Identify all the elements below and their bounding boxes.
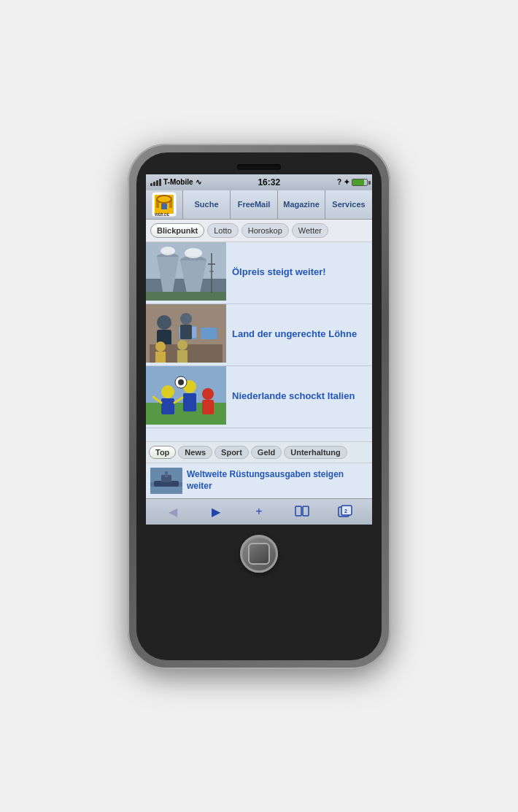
bottom-tabs: Top News Sport Geld Unterhaltung xyxy=(146,441,372,463)
clock: 16:32 xyxy=(258,177,280,187)
sub-tab-blickpunkt[interactable]: Blickpunkt xyxy=(150,223,204,238)
add-button[interactable]: + xyxy=(249,501,269,522)
svg-text:WEB.DE: WEB.DE xyxy=(155,212,170,217)
logo-svg: WEB.DE xyxy=(152,192,177,217)
browser-toolbar: ◀ ▶ + 2 xyxy=(146,498,372,525)
svg-point-34 xyxy=(177,340,188,350)
news-list: Ölpreis steigt weiter! xyxy=(146,242,372,441)
news-thumb-3 xyxy=(146,366,226,428)
nav-bar: WEB.DE Suche FreeMail Magazine Services xyxy=(146,190,372,220)
news-thumb-2 xyxy=(146,304,226,366)
bottom-news-title: Weltweite Rüstungsausgaben steigen weite… xyxy=(187,469,368,492)
nav-tabs: Suche FreeMail Magazine Services xyxy=(182,190,372,219)
news-title-2: Land der ungerechte Löhne xyxy=(232,328,357,341)
bottom-news[interactable]: Weltweite Rüstungsausgaben steigen weite… xyxy=(146,463,372,498)
svg-point-43 xyxy=(202,388,214,400)
home-button[interactable] xyxy=(240,535,278,573)
battery-fill xyxy=(352,179,364,185)
home-area xyxy=(142,525,376,579)
svg-rect-30 xyxy=(180,325,192,339)
svg-rect-54 xyxy=(150,487,182,494)
svg-rect-55 xyxy=(295,506,301,516)
sub-tabs: Blickpunkt Lotto Horoskop Wetter xyxy=(146,220,372,242)
bottom-tab-geld[interactable]: Geld xyxy=(251,446,282,459)
nav-tab-suche[interactable]: Suche xyxy=(182,190,230,219)
svg-rect-44 xyxy=(202,400,214,414)
svg-rect-18 xyxy=(146,292,226,301)
svg-rect-33 xyxy=(155,352,166,363)
nav-tab-freemail[interactable]: FreeMail xyxy=(230,190,277,219)
svg-point-29 xyxy=(180,313,192,325)
svg-point-17 xyxy=(185,248,202,258)
svg-rect-42 xyxy=(183,393,196,411)
status-bar: T-Mobile ∿ 16:32 ? ✦ xyxy=(146,174,372,190)
sub-tab-wetter[interactable]: Wetter xyxy=(292,223,328,238)
news-text-3: Niederlande schockt Italien xyxy=(226,366,360,428)
bookmarks-button[interactable] xyxy=(292,501,312,522)
bottom-tab-top[interactable]: Top xyxy=(149,446,176,459)
svg-text:2: 2 xyxy=(344,509,347,514)
bluetooth-icon: ✦ xyxy=(344,178,349,186)
news-title-3: Niederlande schockt Italien xyxy=(232,390,355,403)
question-icon: ? xyxy=(337,178,341,186)
news-thumb-1 xyxy=(146,242,226,303)
sub-tab-horoskop[interactable]: Horoskop xyxy=(241,223,289,238)
classroom-image xyxy=(146,304,226,363)
speaker xyxy=(237,164,281,170)
svg-point-32 xyxy=(155,341,166,352)
wifi-icon: ∿ xyxy=(196,178,201,186)
bottom-news-thumb xyxy=(150,468,182,494)
svg-point-8 xyxy=(158,196,171,202)
soccer-image xyxy=(146,366,226,425)
power-plant-image xyxy=(146,242,226,301)
bar3 xyxy=(156,180,158,186)
news-item-3[interactable]: Niederlande schockt Italien xyxy=(146,366,372,428)
news-text-1: Ölpreis steigt weiter! xyxy=(226,242,332,303)
nav-tab-services[interactable]: Services xyxy=(325,190,372,219)
svg-rect-35 xyxy=(177,350,188,363)
nav-tab-magazine[interactable]: Magazine xyxy=(277,190,325,219)
military-image xyxy=(150,468,182,494)
news-text-2: Land der ungerechte Löhne xyxy=(226,304,363,366)
sub-tab-lotto[interactable]: Lotto xyxy=(207,223,238,238)
bottom-tab-sport[interactable]: Sport xyxy=(214,446,249,459)
news-item-2[interactable]: Land der ungerechte Löhne xyxy=(146,304,372,366)
tabs-icon: 2 xyxy=(338,505,352,518)
phone-frame: T-Mobile ∿ 16:32 ? ✦ xyxy=(128,144,390,669)
home-button-inner xyxy=(248,543,270,565)
webde-logo[interactable]: WEB.DE xyxy=(146,190,182,219)
svg-point-39 xyxy=(161,385,174,398)
svg-point-46 xyxy=(178,379,184,385)
svg-rect-56 xyxy=(303,506,309,516)
svg-rect-28 xyxy=(201,328,217,339)
svg-point-16 xyxy=(161,247,175,255)
bar1 xyxy=(150,183,152,186)
back-button[interactable]: ◀ xyxy=(163,501,183,522)
carrier-name: T-Mobile xyxy=(163,178,193,186)
svg-rect-9 xyxy=(161,204,167,209)
tabs-button[interactable]: 2 xyxy=(335,501,355,522)
news-item-1[interactable]: Ölpreis steigt weiter! xyxy=(146,242,372,304)
svg-rect-40 xyxy=(161,398,174,414)
bookmarks-icon xyxy=(295,506,309,517)
forward-button[interactable]: ▶ xyxy=(206,501,226,522)
screen: T-Mobile ∿ 16:32 ? ✦ xyxy=(146,174,372,525)
signal-bars xyxy=(150,179,161,186)
bottom-tab-news[interactable]: News xyxy=(178,446,212,459)
news-title-1: Ölpreis steigt weiter! xyxy=(232,266,326,279)
svg-point-24 xyxy=(157,315,171,330)
bar4 xyxy=(159,179,161,186)
phone-inner: T-Mobile ∿ 16:32 ? ✦ xyxy=(136,152,382,660)
status-left: T-Mobile ∿ xyxy=(150,178,201,186)
bottom-tab-unterhaltung[interactable]: Unterhaltung xyxy=(284,446,347,459)
bar2 xyxy=(153,182,155,186)
svg-rect-53 xyxy=(165,471,168,477)
status-right: ? ✦ xyxy=(337,178,368,186)
battery-icon xyxy=(352,179,368,186)
